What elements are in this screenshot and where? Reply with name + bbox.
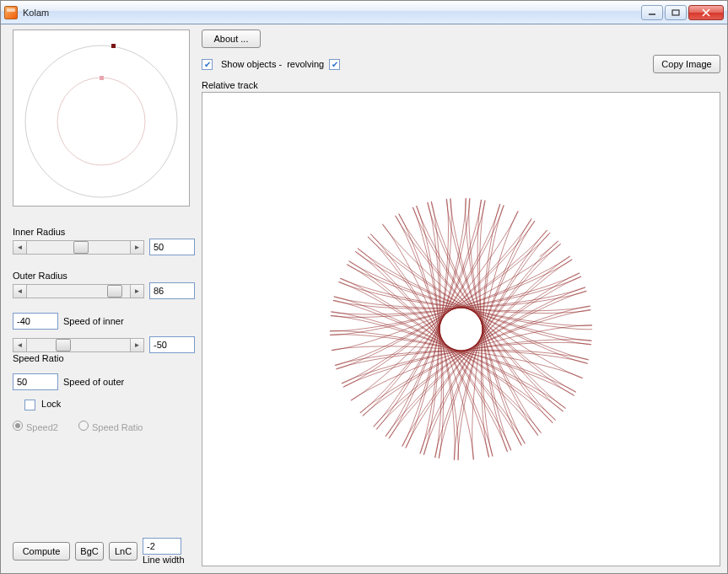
- orbit-preview: [13, 30, 190, 207]
- close-button[interactable]: [688, 5, 724, 20]
- svg-rect-6: [111, 44, 116, 48]
- speedratio-radio[interactable]: [78, 421, 89, 431]
- revolving-checkbox[interactable]: ✔: [329, 59, 340, 70]
- speedratio-radio-label: Speed Ratio: [92, 422, 143, 432]
- about-button[interactable]: About ...: [202, 30, 261, 48]
- lock-checkbox[interactable]: [24, 400, 35, 410]
- speed-outer-input[interactable]: [13, 373, 58, 390]
- svg-rect-7: [100, 76, 104, 80]
- inner-radius-scrollbar[interactable]: ◄ ►: [13, 240, 144, 255]
- svg-rect-1: [672, 10, 679, 15]
- window-buttons: [641, 5, 724, 20]
- canvas-label: Relative track: [202, 80, 720, 90]
- speed-inner-input[interactable]: [13, 313, 58, 330]
- window-title: Kolam: [23, 8, 641, 18]
- inner-radius-input[interactable]: [149, 239, 195, 255]
- scroll-right-icon[interactable]: ►: [130, 285, 143, 298]
- scroll-right-icon[interactable]: ►: [130, 241, 143, 254]
- line-width-input[interactable]: [143, 538, 181, 555]
- left-panel: Inner Radius ◄ ► Outer Radius ◄ ► Speed …: [1, 24, 202, 573]
- scroll-left-icon[interactable]: ◄: [13, 241, 27, 254]
- speed-ratio-input[interactable]: [149, 336, 195, 353]
- inner-radius-label: Inner Radius: [13, 227, 195, 237]
- speed-ratio-scrollbar[interactable]: ◄ ►: [13, 338, 144, 352]
- titlebar: Kolam: [1, 1, 727, 24]
- svg-point-5: [57, 78, 145, 165]
- outer-radius-label: Outer Radius: [13, 271, 195, 281]
- speed-outer-label: Speed of outer: [63, 377, 124, 387]
- minimize-button[interactable]: [641, 5, 663, 20]
- line-width-label: Line width: [143, 555, 185, 565]
- speed-inner-label: Speed of inner: [63, 316, 124, 326]
- maximize-button[interactable]: [665, 5, 687, 20]
- revolving-label: revolving: [287, 59, 324, 69]
- svg-point-4: [25, 46, 177, 197]
- compute-button[interactable]: Compute: [13, 542, 70, 561]
- show-objects-label: Show objects -: [221, 59, 282, 69]
- scroll-right-icon[interactable]: ►: [130, 339, 143, 351]
- copy-image-button[interactable]: Copy Image: [653, 55, 720, 73]
- app-icon: [4, 6, 18, 19]
- outer-radius-scrollbar[interactable]: ◄ ►: [13, 284, 144, 298]
- speed-ratio-label: Speed Ratio: [13, 353, 195, 363]
- speed2-radio[interactable]: [13, 421, 23, 431]
- relative-track-canvas: [202, 92, 720, 566]
- speed2-radio-label: Speed2: [26, 422, 58, 432]
- right-panel: About ... ✔ Show objects - revolving ✔ C…: [202, 24, 727, 573]
- bgc-button[interactable]: BgC: [75, 542, 104, 561]
- show-objects-checkbox[interactable]: ✔: [202, 59, 213, 70]
- lock-label: Lock: [41, 399, 61, 409]
- scroll-left-icon[interactable]: ◄: [13, 339, 27, 351]
- lnc-button[interactable]: LnC: [109, 542, 138, 561]
- scroll-left-icon[interactable]: ◄: [13, 285, 27, 298]
- outer-radius-input[interactable]: [149, 282, 195, 299]
